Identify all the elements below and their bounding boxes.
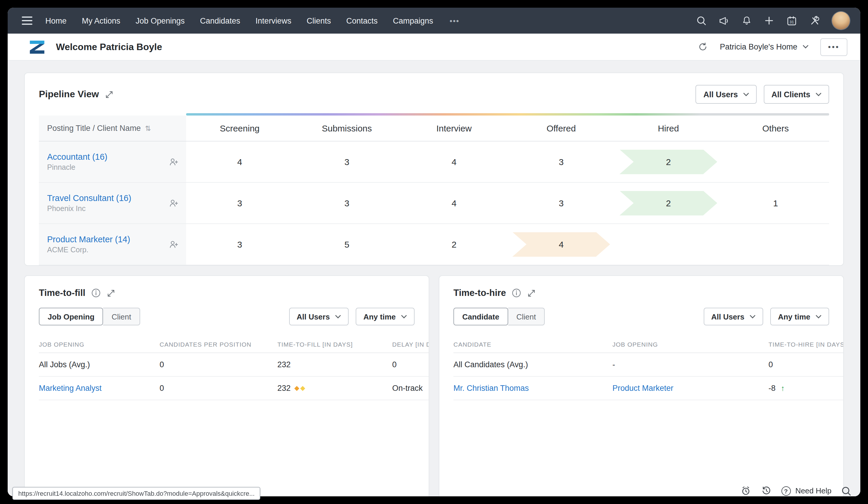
add-candidate-icon[interactable] [168, 157, 179, 167]
table-cell: -8↑ [768, 377, 844, 400]
table-cell: 0 [159, 353, 277, 377]
nav-item-contacts[interactable]: Contacts [346, 16, 378, 25]
toggle-client[interactable]: Client [103, 308, 140, 325]
time-to-hire-card: Time-to-hire Candidate Client [439, 275, 844, 496]
search-icon[interactable] [696, 15, 707, 26]
zoom-search-icon[interactable] [841, 485, 851, 496]
col-header-time-to-hire: TIME-TO-HIRE [IN DAYS] [768, 336, 844, 353]
info-icon[interactable] [91, 288, 101, 298]
posting-title-link[interactable]: Accountant (16) [47, 152, 107, 162]
user-avatar[interactable] [832, 12, 850, 29]
pipeline-row-posting: Accountant (16) Pinnacle [39, 141, 186, 183]
table-cell: All Candidates (Avg.) [453, 353, 612, 377]
hired-chevron: 2 [620, 149, 717, 174]
add-candidate-icon[interactable] [168, 239, 179, 250]
time-to-fill-header: Time-to-fill [39, 288, 415, 298]
ttf-time-filter-label: Any time [363, 312, 396, 321]
posting-title-link[interactable]: Travel Consultant (16) [47, 193, 131, 203]
pipeline-cell: 4 [401, 183, 508, 224]
zoho-recruit-logo [28, 38, 46, 56]
nav-item-candidates[interactable]: Candidates [200, 16, 240, 25]
nav-item-interviews[interactable]: Interviews [256, 16, 291, 25]
posting-title-header: Posting Title / Client Name [47, 124, 141, 133]
reminder-alarm-icon[interactable] [740, 485, 751, 496]
tth-users-filter[interactable]: All Users [703, 308, 763, 325]
offered-chevron: 4 [512, 232, 610, 257]
pipeline-cell: 5 [293, 224, 401, 265]
nav-item-clients[interactable]: Clients [307, 16, 331, 25]
pipeline-cell [615, 224, 722, 265]
info-icon[interactable] [512, 288, 521, 298]
announcement-icon[interactable] [719, 15, 730, 26]
expand-icon[interactable] [527, 289, 536, 298]
pipeline-users-filter-label: All Users [703, 90, 738, 99]
nav-more-icon[interactable]: ••• [450, 16, 459, 25]
history-icon[interactable] [761, 485, 772, 496]
posting-title-link[interactable]: Product Marketer (14) [47, 235, 130, 244]
stage-header-others: Others [722, 115, 829, 141]
table-cell: 232 [277, 377, 392, 400]
expand-icon[interactable] [105, 90, 114, 99]
pipeline-cell-hired: 2 [615, 141, 722, 183]
time-to-fill-toggle: Job Opening Client [39, 308, 140, 325]
pipeline-clients-filter-label: All Clients [772, 90, 810, 99]
pipeline-users-filter[interactable]: All Users [696, 85, 757, 104]
svg-text:31: 31 [790, 19, 794, 24]
quick-add-plus-icon[interactable] [764, 15, 774, 26]
job-opening-link[interactable]: Product Marketer [612, 384, 673, 393]
table-cell: 0 [392, 353, 429, 377]
notification-bell-icon[interactable] [741, 15, 752, 26]
stage-header-interview: Interview [401, 115, 508, 141]
delay-flag-yellow-icon [300, 386, 305, 391]
dashboard-view-selector[interactable]: Patricia Boyle's Home [720, 42, 808, 51]
tth-time-filter[interactable]: Any time [770, 308, 829, 325]
hamburger-menu-icon[interactable] [22, 17, 32, 25]
time-to-fill-filters: All Users Any time [289, 308, 415, 325]
pipeline-cell: 3 [293, 183, 401, 224]
refresh-icon[interactable] [698, 42, 708, 52]
nav-item-my-actions[interactable]: My Actions [82, 16, 121, 25]
hired-chevron: 2 [620, 191, 717, 215]
nav-utilities: 31 [696, 12, 850, 29]
expand-icon[interactable] [106, 289, 115, 298]
pipeline-cell: 4 [401, 141, 508, 183]
nav-item-home[interactable]: Home [45, 16, 66, 25]
screenshot-stage: Home My Actions Job Openings Candidates … [0, 0, 868, 504]
chevron-down-icon [816, 314, 822, 319]
toggle-job-opening[interactable]: Job Opening [39, 308, 103, 325]
pipeline-cell: 2 [401, 224, 508, 265]
time-to-fill-title: Time-to-fill [39, 288, 85, 298]
table-cell: Mr. Christian Thomas [453, 377, 612, 400]
pipeline-cell: 4 [186, 141, 293, 183]
add-candidate-icon[interactable] [168, 198, 179, 208]
table-cell: On-track [392, 377, 429, 400]
sort-icon[interactable]: ⇅ [145, 124, 151, 132]
question-icon: ? [781, 486, 790, 495]
time-to-hire-toggle: Candidate Client [453, 308, 545, 325]
setup-tools-icon[interactable] [809, 15, 820, 26]
pipeline-clients-filter[interactable]: All Clients [764, 85, 829, 104]
ttf-time-filter[interactable]: Any time [356, 308, 415, 325]
job-opening-link[interactable]: Marketing Analyst [39, 384, 102, 393]
pipeline-row-posting: Travel Consultant (16) Phoenix Inc [39, 183, 186, 224]
toggle-candidate[interactable]: Candidate [453, 308, 508, 325]
calendar-icon[interactable]: 31 [786, 15, 797, 26]
ttf-users-filter-label: All Users [297, 312, 330, 321]
table-cell: Product Marketer [612, 377, 768, 400]
col-header-candidate: CANDIDATE [453, 336, 612, 353]
nav-item-campaigns[interactable]: Campaigns [393, 16, 433, 25]
help-toolbar: ? Need Help [740, 485, 851, 496]
chevron-down-icon [750, 314, 755, 319]
header-more-button[interactable]: ••• [820, 38, 847, 56]
tth-time-filter-label: Any time [778, 312, 810, 321]
ttf-users-filter[interactable]: All Users [289, 308, 349, 325]
candidate-link[interactable]: Mr. Christian Thomas [453, 384, 529, 393]
pipeline-cell: 1 [722, 183, 829, 224]
stage-header-screening: Screening [186, 115, 293, 141]
nav-item-job-openings[interactable]: Job Openings [136, 16, 185, 25]
time-to-hire-filters: All Users Any time [703, 308, 829, 325]
time-to-hire-title: Time-to-hire [453, 288, 506, 298]
need-help-button[interactable]: ? Need Help [781, 486, 831, 495]
toggle-client[interactable]: Client [508, 308, 545, 325]
tth-users-filter-label: All Users [711, 312, 744, 321]
